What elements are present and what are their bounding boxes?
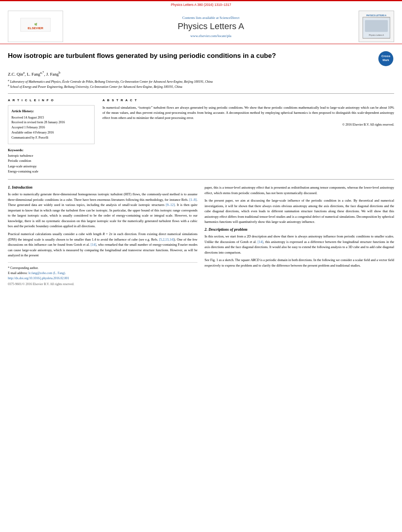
author-b-name: L. Fang bbox=[27, 72, 40, 76]
article-info-col: A R T I C L E I N F O Article History: R… bbox=[8, 98, 95, 174]
section2-paragraph2: See Fig. 1 as a sketch. The square ABCD … bbox=[205, 258, 394, 268]
section2-paragraph1: In this section, we start from a 2D desc… bbox=[205, 234, 394, 255]
authors-line: Z.C. Qina, L. Fanga,*, J. Fangb bbox=[8, 71, 394, 76]
available-date: Available online 4 February 2016 bbox=[11, 130, 91, 135]
doi-link[interactable]: http://dx.doi.org/10.1016/j.physleta.201… bbox=[8, 276, 197, 281]
main-content: 1. Introduction In order to numerically … bbox=[8, 185, 394, 287]
ref-9-12[interactable]: [9–12] bbox=[166, 203, 175, 207]
author-a-sup: a bbox=[23, 71, 25, 74]
keywords-section: Keywords: Isotropic turbulence Periodic … bbox=[8, 148, 95, 174]
abstract-col: A B S T R A C T In numerical simulations… bbox=[102, 98, 394, 174]
author-a-name: Z.C. Qin bbox=[8, 72, 23, 76]
ref-1-8[interactable]: [1–8] bbox=[189, 198, 196, 202]
divider-after-abstract bbox=[8, 179, 394, 180]
author-b-sup: a,* bbox=[40, 71, 44, 74]
contents-label: Contents lists available at bbox=[182, 16, 219, 20]
sciencedirect-label[interactable]: ScienceDirect bbox=[220, 16, 239, 20]
email-label: E-mail address: bbox=[8, 271, 28, 275]
section1-right-paragraph2: In the present paper, we aim at discussi… bbox=[205, 198, 394, 225]
article-title: How isotropic are turbulent flows genera… bbox=[8, 51, 372, 61]
article-title-section: How isotropic are turbulent flows genera… bbox=[8, 44, 394, 71]
issn-copyright: 0375-9601/© 2016 Elsevier B.V. All right… bbox=[8, 282, 197, 287]
crossmark-icon: Cross Mark bbox=[379, 52, 393, 66]
abstract-text: In numerical simulations, “isotropic” tu… bbox=[102, 105, 394, 121]
cover-image-placeholder: Physics Letters A bbox=[363, 17, 390, 39]
article-body: How isotropic are turbulent flows genera… bbox=[0, 44, 402, 287]
cover-title-text: PHYSICS LETTERS A bbox=[367, 14, 387, 17]
journal-cover-box: PHYSICS LETTERS A Physics Letters A bbox=[359, 11, 394, 42]
svg-text:ELSEVIER: ELSEVIER bbox=[28, 26, 43, 30]
journal-ref-line: Physics Letters A 380 (2016) 1310–1317 bbox=[0, 1, 402, 7]
section1-heading: 1. Introduction bbox=[8, 185, 197, 189]
article-info-box: Article History: Received 14 August 2015… bbox=[8, 105, 95, 144]
affiliation-a: a Laboratory of Mathematics and Physics,… bbox=[8, 79, 394, 83]
keyword-3: Large-scale anisotropy bbox=[8, 164, 95, 169]
main-left-col: 1. Introduction In order to numerically … bbox=[8, 185, 197, 287]
keyword-4: Energy-containing scale bbox=[8, 169, 95, 174]
keyword-2: Periodic condition bbox=[8, 158, 95, 164]
svg-text:Physics Letters A: Physics Letters A bbox=[369, 34, 384, 36]
abstract-label: A B S T R A C T bbox=[102, 98, 394, 102]
affiliation-a-text: Laboratory of Mathematics and Physics, É… bbox=[10, 80, 213, 83]
author-c-name: J. Fang bbox=[46, 72, 59, 76]
history-heading: Article History: bbox=[11, 109, 91, 114]
article-info-abstract-row: A R T I C L E I N F O Article History: R… bbox=[8, 98, 394, 174]
svg-text:Cross: Cross bbox=[382, 54, 391, 58]
footnote-section: * Corresponding author. E-mail address: … bbox=[8, 262, 197, 287]
svg-text:Mark: Mark bbox=[383, 59, 389, 61]
ref-14[interactable]: [14] bbox=[91, 243, 96, 247]
ref-14-s2[interactable]: [14] bbox=[258, 240, 263, 244]
section2-heading: 2. Descriptions of problem bbox=[205, 227, 394, 232]
journal-header: 🌿 ELSEVIER Contents lists available at S… bbox=[0, 7, 402, 44]
elsevier-logo-box: 🌿 ELSEVIER bbox=[8, 11, 63, 42]
section1-paragraph1: In order to numerically generate three-d… bbox=[8, 192, 197, 229]
science-direct-link: Contents lists available at ScienceDirec… bbox=[182, 16, 240, 20]
email-address[interactable]: le.fang@zoho.com (L. Fang). bbox=[28, 271, 66, 275]
affiliation-b-text: School of Energy and Power Engineering, … bbox=[10, 85, 182, 89]
article-info-label: A R T I C L E I N F O bbox=[8, 98, 95, 102]
cover-svg: Physics Letters A bbox=[363, 18, 390, 38]
svg-rect-4 bbox=[365, 20, 388, 32]
journal-center: Contents lists available at ScienceDirec… bbox=[63, 11, 359, 44]
elsevier-tree-logo: 🌿 ELSEVIER bbox=[20, 17, 51, 32]
keywords-heading: Keywords: bbox=[8, 148, 95, 152]
affiliation-b: b School of Energy and Power Engineering… bbox=[8, 84, 394, 89]
journal-reference: Physics Letters A 380 (2016) 1310–1317 bbox=[171, 3, 231, 7]
accepted-date: Accepted 1 February 2016 bbox=[11, 125, 91, 130]
elsevier-logo-text: 🌿 ELSEVIER bbox=[20, 17, 51, 33]
communicated-by: Communicated by F. Porcelli bbox=[11, 135, 91, 141]
crossmark-badge: Cross Mark bbox=[378, 51, 394, 67]
received-date: Received 14 August 2015 bbox=[11, 115, 91, 120]
email-line: E-mail address: le.fang@zoho.com (L. Fan… bbox=[8, 271, 197, 276]
divider-after-affiliations bbox=[8, 93, 394, 94]
journal-title: Physics Letters A bbox=[178, 21, 244, 32]
ref-5-2-13-14[interactable]: [5,2,13,14] bbox=[159, 237, 174, 241]
crossmark-circle: Cross Mark bbox=[378, 51, 393, 66]
section1-paragraph2: Practical numerical calculations usually… bbox=[8, 232, 197, 258]
journal-url[interactable]: www.elsevier.com/locate/pla bbox=[190, 34, 231, 38]
corresponding-author: * Corresponding author. bbox=[8, 266, 197, 271]
keyword-1: Isotropic turbulence bbox=[8, 153, 95, 159]
abstract-copyright: © 2016 Elsevier B.V. All rights reserved… bbox=[102, 123, 394, 126]
svg-text:🌿: 🌿 bbox=[34, 23, 37, 26]
received-revised-date: Received in revised form 28 January 2016 bbox=[11, 120, 91, 125]
author-c-sup: b bbox=[59, 71, 60, 74]
section1-right-paragraph1: paper, this is a tensor-level anisotropy… bbox=[205, 185, 394, 196]
main-right-col: paper, this is a tensor-level anisotropy… bbox=[205, 185, 394, 287]
